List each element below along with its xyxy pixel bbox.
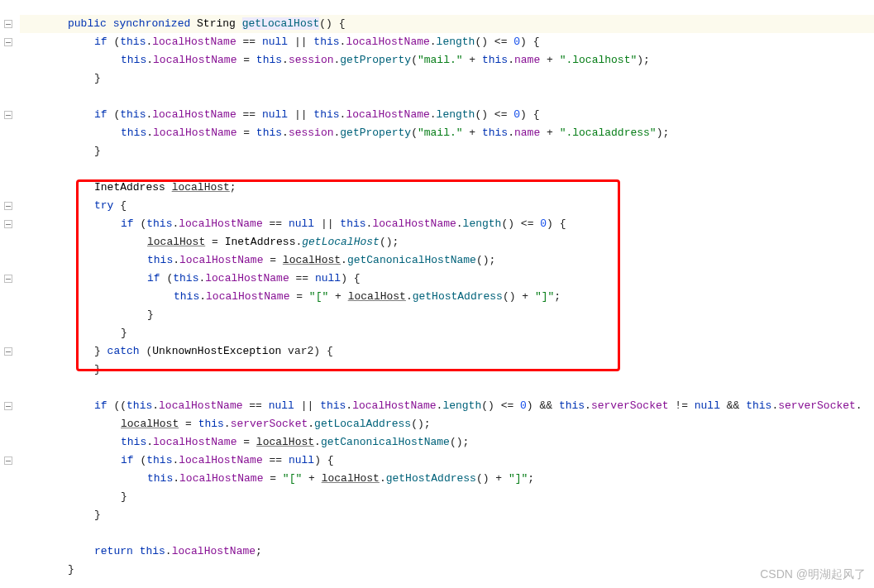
code-line[interactable]: return this.localHostName; — [20, 543, 874, 561]
code-line[interactable]: this.localHostName = localHost.getCanoni… — [20, 433, 874, 452]
code-line[interactable]: public synchronized String getLocalHost(… — [20, 15, 874, 33]
code-line[interactable] — [20, 379, 874, 397]
code-line[interactable]: } — [20, 69, 874, 88]
code-line[interactable]: if (this.localHostName == null || this.l… — [20, 215, 874, 233]
code-line[interactable]: } — [20, 506, 874, 524]
fold-marker[interactable] — [0, 270, 17, 288]
code-line[interactable]: this.localHostName = this.session.getPro… — [20, 51, 874, 69]
code-line[interactable]: } — [20, 561, 874, 579]
code-line[interactable] — [20, 524, 874, 543]
fold-marker[interactable] — [0, 342, 17, 361]
code-line[interactable] — [20, 160, 874, 179]
code-line[interactable]: } — [20, 142, 874, 160]
code-line[interactable]: if ((this.localHostName == null || this.… — [20, 397, 874, 415]
code-line[interactable]: localHost = InetAddress.getLocalHost(); — [20, 233, 874, 251]
code-line[interactable]: } catch (UnknownHostException var2) { — [20, 342, 874, 361]
code-line[interactable]: this.localHostName = "[" + localHost.get… — [20, 470, 874, 488]
gutter — [0, 0, 17, 588]
code-line[interactable]: try { — [20, 197, 874, 215]
code-area[interactable]: public synchronized String getLocalHost(… — [17, 0, 874, 588]
fold-marker[interactable] — [0, 197, 17, 215]
fold-marker[interactable] — [0, 106, 17, 124]
code-editor: public synchronized String getLocalHost(… — [0, 0, 874, 588]
fold-marker[interactable] — [0, 33, 17, 51]
code-line[interactable]: if (this.localHostName == null) { — [20, 270, 874, 288]
code-line[interactable]: } — [20, 324, 874, 342]
code-line[interactable]: } — [20, 306, 874, 324]
code-line[interactable]: this.localHostName = localHost.getCanoni… — [20, 251, 874, 270]
code-line[interactable]: localHost = this.serverSocket.getLocalAd… — [20, 415, 874, 433]
code-line[interactable]: if (this.localHostName == null || this.l… — [20, 33, 874, 51]
fold-marker[interactable] — [0, 15, 17, 33]
code-line[interactable]: InetAddress localHost; — [20, 179, 874, 197]
method-declaration: getLocalHost — [242, 17, 320, 30]
code-line[interactable]: this.localHostName = this.session.getPro… — [20, 124, 874, 142]
fold-marker[interactable] — [0, 452, 17, 470]
code-line[interactable]: if (this.localHostName == null) { — [20, 452, 874, 470]
code-line[interactable]: this.localHostName = "[" + localHost.get… — [20, 288, 874, 306]
code-line[interactable]: } — [20, 488, 874, 506]
fold-marker[interactable] — [0, 215, 17, 233]
code-line[interactable] — [20, 88, 874, 106]
code-line[interactable]: } — [20, 361, 874, 379]
fold-marker[interactable] — [0, 397, 17, 415]
code-line[interactable]: if (this.localHostName == null || this.l… — [20, 106, 874, 124]
